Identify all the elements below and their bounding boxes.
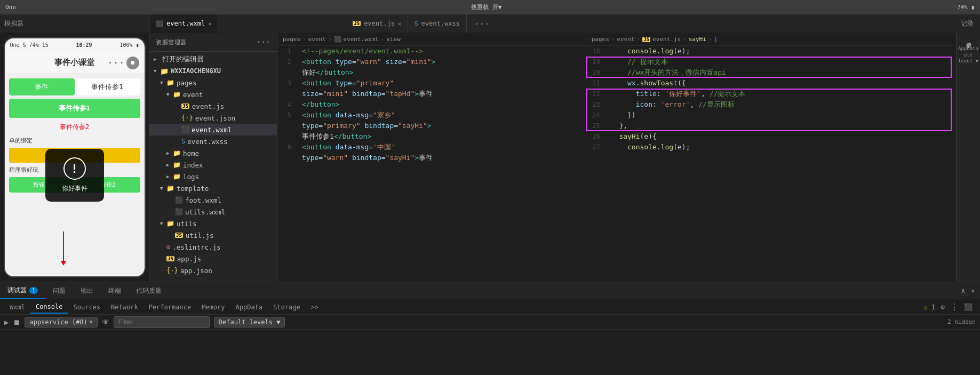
js-bc-sep2: › <box>637 36 641 43</box>
subtab-memory[interactable]: Memory <box>196 301 230 313</box>
levels-selector[interactable]: Default levels ▼ <box>214 317 285 328</box>
filter-input[interactable] <box>114 316 210 328</box>
open-editors-item[interactable]: ▶ 打开的编辑器 <box>149 53 277 65</box>
warning-count: ⚠ 1 <box>923 304 935 311</box>
bottom-tab-quality[interactable]: 代码质量 <box>129 282 169 299</box>
tab-js-close[interactable]: ✕ <box>398 21 401 27</box>
tree-util-js[interactable]: JS util.js <box>149 229 277 241</box>
lc5b: type="primary" bindtap="sayHi"> <box>298 121 586 131</box>
levels-label: Default levels ▼ <box>219 318 281 326</box>
lc6: <button data-msg='中国' <box>298 142 586 153</box>
js-line-24: 24 }) <box>586 110 956 121</box>
phone-record-icon: ⏺ <box>126 57 139 69</box>
jlc19: // 提示文本 <box>607 57 956 67</box>
bottom-tab-terminal[interactable]: 终端 <box>101 282 129 299</box>
tree-pages[interactable]: ▼ 📁 pages <box>149 77 277 89</box>
tree-foot-wxml[interactable]: ⬛ foot.wxml <box>149 194 277 206</box>
logs-label: logs <box>183 173 199 181</box>
run-btn[interactable]: ▶ <box>4 318 9 326</box>
explorer-more-icon[interactable]: ··· <box>256 37 270 47</box>
sidebar-icon2[interactable]: ⬛ <box>964 303 973 311</box>
tree-app-json[interactable]: {·} app.json <box>149 265 277 276</box>
js-line-23: 23 icon: 'error', //显示图标 <box>586 99 956 110</box>
tree-app-js[interactable]: JS app.js <box>149 253 277 265</box>
tab-wxml-close[interactable]: ✕ <box>208 21 211 27</box>
tree-logs[interactable]: ▶ 📁 logs <box>149 171 277 182</box>
tree-event-wxss[interactable]: S event.wxss <box>149 135 277 147</box>
tab-event-js[interactable]: JS event.js ✕ <box>346 14 408 33</box>
toast-text: 你好事件 <box>62 184 87 193</box>
phone-frame: One S 74% 15 10:29 100% ▮ 事件小课堂 ··· ⏺ <box>4 37 146 277</box>
tree-home[interactable]: ▶ 📁 home <box>149 147 277 159</box>
settings-icon[interactable]: ⚙ <box>941 303 945 311</box>
right-sidebar-tabs: 记录 <box>954 14 980 33</box>
pages-folder-icon: 📁 <box>166 79 174 86</box>
event-wxml-label: event.wxml <box>192 126 232 134</box>
bc-wxml-name: event.wxml <box>344 36 379 43</box>
js-line-18: 18 console.log(e); <box>586 46 956 57</box>
tree-utils-wxml[interactable]: ⬛ utils.wxml <box>149 206 277 218</box>
phone-dots-icon: ··· <box>107 57 125 68</box>
lc6b: type="warn" bindtap="sayHi">事件 <box>298 153 586 163</box>
bottom-tab-issues[interactable]: 问题 <box>45 282 73 299</box>
bottom-tab-output[interactable]: 输出 <box>73 282 101 299</box>
title-bar-left: One <box>5 4 16 11</box>
rs-label[interactable]: 记录 <box>962 36 974 41</box>
bottom-tab-debugger[interactable]: 调试器 1 <box>0 282 45 299</box>
subtab-network[interactable]: Network <box>106 301 144 313</box>
tab-quality-label: 代码质量 <box>136 286 162 296</box>
subtab-console[interactable]: Console <box>30 301 68 314</box>
tree-eslintrc[interactable]: ⚙ .eslintrc.js <box>149 241 277 253</box>
close-bottom-btn[interactable]: ✕ <box>971 287 975 294</box>
home-label: home <box>183 149 199 157</box>
utils-label: utils <box>177 220 197 228</box>
subtab-performance[interactable]: Performance <box>144 301 196 313</box>
process-selector[interactable]: appservice (#8) ▼ <box>25 317 97 328</box>
hidden-count: 2 hidden <box>947 318 976 325</box>
eye-icon[interactable]: 👁 <box>102 318 109 326</box>
tab-event-wxml[interactable]: ⬛ event.wxml ✕ <box>149 14 218 33</box>
subtab-more[interactable]: >> <box>306 301 324 313</box>
tree-event[interactable]: ▼ 📁 event <box>149 89 277 100</box>
more-tabs-btn[interactable]: ··· <box>469 14 495 33</box>
utils-wxml-icon: ⬛ <box>175 208 183 216</box>
util-js-icon: JS <box>175 233 183 238</box>
phone-status-bar: One S 74% 15 10:29 100% ▮ <box>5 38 145 52</box>
app-json-icon: {·} <box>166 267 178 274</box>
wxml-line-6: 6 <button data-msg='中国' <box>277 142 586 153</box>
tree-event-json[interactable]: {·} event.json <box>149 112 277 124</box>
stop-btn[interactable]: ⏹ <box>13 318 20 326</box>
js-breadcrumb: pages › event › JS event.js › sayHi › | <box>586 33 956 46</box>
collapse-up-btn[interactable]: ∧ <box>961 286 965 295</box>
right-sidebar: 记录 AppDatault level ▼ <box>956 33 980 282</box>
ln6: 6 <box>277 142 298 153</box>
tree-event-js[interactable]: JS event.js <box>149 100 277 112</box>
bottom-tab-right: ∧ ✕ <box>955 282 980 299</box>
tree-utils[interactable]: ▼ 📁 utils <box>149 218 277 229</box>
app-json-label: app.json <box>180 267 212 275</box>
tree-event-wxml[interactable]: ⬛ event.wxml <box>149 124 277 135</box>
bc-sep1: › <box>302 36 306 43</box>
utils-wxml-label: utils.wxml <box>185 208 225 216</box>
utils-icon: 📁 <box>166 220 174 227</box>
subtab-sources[interactable]: Sources <box>68 301 106 313</box>
subtab-storage[interactable]: Storage <box>268 301 306 313</box>
root-folder-item[interactable]: ▼ 📁 WXXIAOCHENGXU <box>149 65 277 77</box>
right-sidebar-label: 记录 <box>961 19 974 28</box>
wxml-editor-panel: pages › event › ⬛ event.wxml › view 1 <!… <box>277 33 586 282</box>
tab-event-wxss[interactable]: S event.wxss <box>408 14 467 33</box>
bc-sep3: › <box>381 36 385 43</box>
subtab-appdata[interactable]: AppData <box>230 301 268 313</box>
bc-view: view <box>386 36 401 43</box>
lc3b: size="mini" bindtap="tapHd">事件 <box>298 89 586 99</box>
foot-wxml-label: foot.wxml <box>185 196 221 204</box>
bc-sep2: › <box>328 36 332 43</box>
subtab-wxml[interactable]: Wxml <box>4 301 30 313</box>
more-icon[interactable]: ⋮ <box>950 302 959 312</box>
jlc22: title: '你好事件', //提示文本 <box>607 89 956 99</box>
tree-index[interactable]: ▶ 📁 index <box>149 159 277 171</box>
tree-template[interactable]: ▼ 📁 template <box>149 182 277 194</box>
js-code-area: 18 console.log(e); 19 // 提示文本 20 //wx开头的… <box>586 46 956 282</box>
tab-js-label: event.js <box>364 20 395 27</box>
lc2b: 你好</button> <box>298 67 586 78</box>
